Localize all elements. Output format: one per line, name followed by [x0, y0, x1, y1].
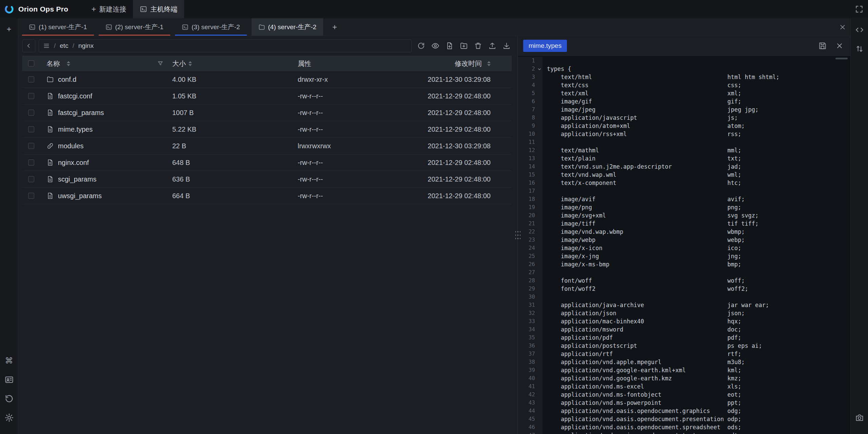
code-line[interactable]: 3 text/htmlhtml htm shtml;: [518, 73, 850, 81]
code-line[interactable]: 40 application/vnd.google-earth.kmzkmz;: [518, 374, 850, 382]
download-button[interactable]: [500, 40, 513, 52]
code-line[interactable]: 39 application/vnd.google-earth.kml+xmlk…: [518, 366, 850, 374]
table-row[interactable]: mime.types 5.22 KB -rw-r--r-- 2021-12-29…: [22, 121, 512, 138]
file-name[interactable]: scgi_params: [58, 175, 96, 183]
sort-mtime-control[interactable]: [487, 61, 491, 66]
session-tab[interactable]: (3) server-生产-2: [175, 18, 247, 36]
file-name[interactable]: conf.d: [58, 76, 76, 83]
table-row[interactable]: conf.d 4.00 KB drwxr-xr-x 2021-12-30 03:…: [22, 71, 512, 88]
code-line[interactable]: 15 text/vnd.wap.wmlwml;: [518, 171, 850, 179]
code-line[interactable]: 24 image/x-iconico;: [518, 244, 850, 252]
code-line[interactable]: 26 image/x-ms-bmpbmp;: [518, 260, 850, 268]
panel-resize-handle[interactable]: [515, 229, 520, 241]
back-button[interactable]: [22, 39, 35, 52]
menu-new-connection[interactable]: + 新建连接: [84, 0, 133, 18]
code-line[interactable]: 29 font/woff2woff2;: [518, 285, 850, 293]
code-line[interactable]: 8 application/javascriptjs;: [518, 114, 850, 122]
code-line[interactable]: 7 image/jpegjpeg jpg;: [518, 106, 850, 114]
row-checkbox[interactable]: [28, 193, 34, 199]
row-checkbox[interactable]: [28, 110, 34, 116]
code-line[interactable]: 43 application/vnd.ms-powerpointppt;: [518, 399, 850, 407]
code-line[interactable]: 5 text/xmlxml;: [518, 89, 850, 97]
chevron-down-icon[interactable]: [537, 67, 542, 72]
screenshot-button[interactable]: [853, 412, 866, 424]
code-line[interactable]: 47 application/vnd.oasis.opendocument.te…: [518, 431, 850, 434]
add-connection-button[interactable]: +: [3, 23, 15, 35]
code-line[interactable]: 37 application/rtfrtf;: [518, 350, 850, 358]
row-checkbox[interactable]: [28, 76, 34, 82]
table-row[interactable]: scgi_params 636 B -rw-r--r-- 2021-12-29 …: [22, 171, 512, 188]
code-view-button[interactable]: [853, 24, 866, 36]
code-line[interactable]: 36 application/postscriptps eps ai;: [518, 342, 850, 350]
new-tab-button[interactable]: +: [328, 18, 341, 36]
code-line[interactable]: 21 image/tifftif tiff;: [518, 220, 850, 228]
row-checkbox[interactable]: [28, 159, 34, 166]
breadcrumb-segment[interactable]: etc: [60, 42, 68, 50]
swap-panels-button[interactable]: [853, 43, 866, 55]
code-line[interactable]: 22 image/vnd.wap.wbmpwbmp;: [518, 228, 850, 236]
code-line[interactable]: 27: [518, 268, 850, 277]
code-line[interactable]: 14 text/vnd.sun.j2me.app-descriptorjad;: [518, 163, 850, 171]
user-profile-button[interactable]: [3, 374, 15, 386]
code-line[interactable]: 11: [518, 138, 850, 146]
close-editor-button[interactable]: [834, 40, 845, 51]
file-name[interactable]: modules: [58, 142, 84, 150]
scrollbar-thumb[interactable]: [835, 58, 848, 59]
code-line[interactable]: 38 application/vnd.apple.mpegurlm3u8;: [518, 358, 850, 366]
code-line[interactable]: 46 application/vnd.oasis.opendocument.sp…: [518, 423, 850, 431]
refresh-button[interactable]: [415, 40, 427, 52]
fullscreen-button[interactable]: [850, 0, 868, 18]
toggle-hidden-files-button[interactable]: [429, 40, 441, 52]
filter-icon[interactable]: [157, 60, 163, 67]
code-line[interactable]: 6 image/gifgif;: [518, 97, 850, 106]
code-line[interactable]: 25 image/x-jngjng;: [518, 252, 850, 260]
file-name[interactable]: fastcgi_params: [58, 109, 104, 117]
code-editor[interactable]: 1 2: [518, 56, 850, 434]
save-button[interactable]: [817, 40, 828, 51]
file-name[interactable]: uwsgi_params: [58, 192, 102, 200]
code-line[interactable]: 45 application/vnd.oasis.opendocument.pr…: [518, 415, 850, 423]
select-all-checkbox[interactable]: [28, 60, 34, 67]
file-name[interactable]: mime.types: [58, 126, 93, 133]
code-line[interactable]: 41 application/vnd.ms-excelxls;: [518, 382, 850, 391]
code-line[interactable]: 35 application/pdfpdf;: [518, 334, 850, 342]
settings-button[interactable]: [3, 412, 15, 424]
close-button[interactable]: [835, 18, 850, 36]
breadcrumb-segment[interactable]: nginx: [78, 42, 94, 50]
code-line[interactable]: 28 font/woffwoff;: [518, 277, 850, 285]
session-tab[interactable]: (2) server-生产-1: [99, 18, 171, 36]
code-line[interactable]: 9 application/atom+xmlatom;: [518, 122, 850, 130]
code-line[interactable]: 34 application/msworddoc;: [518, 325, 850, 334]
code-line[interactable]: 19 image/pngpng;: [518, 203, 850, 211]
new-folder-button[interactable]: [458, 40, 470, 52]
row-checkbox[interactable]: [28, 143, 34, 149]
row-checkbox[interactable]: [28, 176, 34, 182]
code-line[interactable]: 31 application/java-archivejar war ear;: [518, 301, 850, 309]
code-line[interactable]: 23 image/webpwebp;: [518, 236, 850, 244]
table-row[interactable]: uwsgi_params 664 B -rw-r--r-- 2021-12-29…: [22, 188, 512, 204]
sync-button[interactable]: [3, 393, 15, 405]
new-file-button[interactable]: [443, 40, 456, 52]
file-name[interactable]: nginx.conf: [58, 159, 89, 167]
sort-name-control[interactable]: [67, 61, 70, 66]
sort-size-control[interactable]: [189, 61, 192, 66]
table-row[interactable]: modules 22 B lrwxrwxrwx 2021-12-30 03:29…: [22, 138, 512, 154]
row-checkbox[interactable]: [28, 126, 34, 132]
code-line[interactable]: 30: [518, 293, 850, 301]
upload-button[interactable]: [486, 40, 498, 52]
code-line[interactable]: 16 text/x-componenthtc;: [518, 179, 850, 187]
code-line[interactable]: 18 image/avifavif;: [518, 195, 850, 203]
delete-button[interactable]: [472, 40, 484, 52]
code-line[interactable]: 44 application/vnd.oasis.opendocument.gr…: [518, 407, 850, 415]
table-row[interactable]: nginx.conf 648 B -rw-r--r-- 2021-12-29 0…: [22, 154, 512, 171]
code-line[interactable]: 2 types {: [518, 65, 850, 73]
code-line[interactable]: 20 image/svg+xmlsvg svgz;: [518, 211, 850, 220]
file-list-icon[interactable]: [43, 42, 50, 49]
row-checkbox[interactable]: [28, 93, 34, 99]
code-line[interactable]: 17: [518, 187, 850, 195]
session-tab[interactable]: (1) server-生产-1: [22, 18, 94, 36]
session-tab[interactable]: (4) server-生产-2: [252, 18, 323, 36]
file-name[interactable]: fastcgi.conf: [58, 92, 92, 100]
code-line[interactable]: 42 application/vnd.ms-fontobjecteot;: [518, 391, 850, 399]
table-row[interactable]: fastcgi_params 1007 B -rw-r--r-- 2021-12…: [22, 105, 512, 121]
